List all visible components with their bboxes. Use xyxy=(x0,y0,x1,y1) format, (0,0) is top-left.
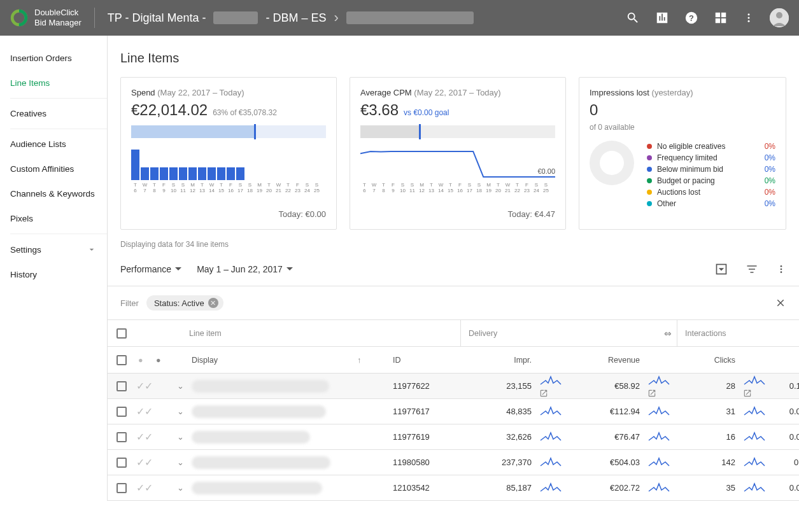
svg-text:?: ? xyxy=(689,13,694,23)
xtick: W21 xyxy=(504,183,512,194)
select-all-checkbox[interactable] xyxy=(117,328,127,339)
table-row[interactable]: ✓✓⌄1197761748,835€112.94310.06 xyxy=(108,399,799,424)
row-checkbox[interactable] xyxy=(117,483,127,493)
status-check-icon: ✓✓ xyxy=(136,405,153,417)
imp-value: 0 xyxy=(590,101,598,119)
cpm-xaxis: T6W7T8F9S10S11M12T13W14T15F16S17S18M19T2… xyxy=(360,183,555,194)
xtick: T22 xyxy=(284,183,292,194)
open-external-icon[interactable] xyxy=(647,389,656,398)
expand-row-icon[interactable]: ⌄ xyxy=(171,483,189,493)
sidebar-item-insertion-orders[interactable]: Insertion Orders xyxy=(0,46,107,71)
open-external-icon[interactable] xyxy=(539,389,548,398)
legend-pct: 0% xyxy=(765,165,775,174)
search-icon[interactable] xyxy=(626,11,640,25)
legend-dot-icon xyxy=(647,155,652,160)
legend-dot-icon xyxy=(647,167,652,172)
row-checkbox[interactable] xyxy=(117,432,127,442)
status-check-icon: ✓✓ xyxy=(136,482,153,494)
col-id[interactable]: ID xyxy=(390,356,460,365)
sort-arrow-up-icon[interactable]: ↑ xyxy=(355,356,390,365)
date-range-dropdown[interactable]: May 1 – Jun 22, 2017 xyxy=(197,264,293,274)
select-all-checkbox[interactable] xyxy=(117,355,127,365)
svg-point-14 xyxy=(781,265,782,267)
sidebar-item-custom-affinities[interactable]: Custom Affinities xyxy=(0,157,107,181)
filter-icon[interactable] xyxy=(746,263,758,276)
legend-item: Auctions lost0% xyxy=(647,186,775,198)
line-item-count: Displaying data for 34 line items xyxy=(108,230,799,259)
legend-label: Budget or pacing xyxy=(657,176,715,185)
legend-item: Frequency limited0% xyxy=(647,152,775,164)
col-display[interactable]: Display xyxy=(189,356,355,365)
more-vert-icon[interactable] xyxy=(743,11,754,25)
breadcrumb[interactable]: TP - Digital Menta - - DBM – ES › xyxy=(108,10,626,26)
col-impr[interactable]: Impr. xyxy=(460,356,537,365)
sidebar-item-creatives[interactable]: Creatives xyxy=(0,101,107,126)
sidebar-item-history[interactable]: History xyxy=(0,262,107,287)
apps-icon[interactable] xyxy=(714,11,728,25)
col-c[interactable]: C xyxy=(772,356,799,365)
view-dropdown[interactable]: Performance xyxy=(120,264,181,274)
cell-id: 11977619 xyxy=(390,432,460,442)
expand-row-icon[interactable]: ⌄ xyxy=(171,381,189,391)
sparkline-icon xyxy=(743,374,766,386)
expand-row-icon[interactable]: ⌄ xyxy=(171,432,189,442)
sidebar-item-line-items[interactable]: Line Items xyxy=(0,71,107,95)
cell-id: 11980580 xyxy=(390,458,460,467)
caret-down-icon xyxy=(286,266,293,272)
sidebar-item-settings[interactable]: Settings xyxy=(0,237,107,262)
legend-dot-icon xyxy=(647,190,652,195)
xtick: S11 xyxy=(408,183,416,194)
row-checkbox[interactable] xyxy=(117,381,127,391)
more-vert-icon[interactable] xyxy=(776,263,786,276)
xtick: T15 xyxy=(446,183,455,194)
row-checkbox[interactable] xyxy=(117,407,127,417)
cell-c: 0.04 xyxy=(772,483,799,493)
legend-pct: 0% xyxy=(765,188,775,197)
xtick: S17 xyxy=(236,183,244,194)
chevron-right-icon: › xyxy=(334,10,338,26)
expand-columns-icon[interactable]: ⇔ xyxy=(664,328,672,339)
cell-revenue: €504.03 xyxy=(569,458,645,467)
cell-clicks: 28 xyxy=(677,381,740,391)
sidebar-item-channels-keywords[interactable]: Channels & Keywords xyxy=(0,181,107,206)
help-icon[interactable]: ? xyxy=(684,11,698,25)
chip-remove-icon[interactable]: ✕ xyxy=(208,298,218,308)
xtick: F16 xyxy=(456,183,464,194)
card-label: Average CPM xyxy=(360,88,412,97)
sidebar-item-label: Settings xyxy=(10,245,41,255)
spend-pct: 63% of €35,078.32 xyxy=(213,108,277,117)
cell-clicks: 31 xyxy=(677,407,740,416)
expand-row-icon[interactable]: ⌄ xyxy=(171,458,189,467)
page-title: Line Items xyxy=(108,36,799,77)
sidebar-item-audience-lists[interactable]: Audience Lists xyxy=(0,132,107,157)
view-label: Performance xyxy=(120,264,171,274)
legend-pct: 0% xyxy=(765,153,775,162)
doubleclick-logo-icon xyxy=(10,9,28,27)
header-actions: ? xyxy=(626,8,789,27)
cell-clicks: 142 xyxy=(677,458,740,467)
cell-revenue: €58.92 xyxy=(569,381,645,391)
xtick: T20 xyxy=(494,183,502,194)
user-avatar[interactable] xyxy=(770,8,789,27)
card-range: (yesterday) xyxy=(652,88,693,97)
xtick: W7 xyxy=(141,183,149,194)
open-external-icon[interactable] xyxy=(743,389,752,398)
table-column-header: ● ● Display ↑ ID Impr. Revenue Clicks C xyxy=(108,347,799,374)
col-clicks[interactable]: Clicks xyxy=(677,356,740,365)
table-row[interactable]: ✓✓⌄1197762223,155€58.92280.12 xyxy=(108,374,799,399)
filter-chip-status[interactable]: Status: Active ✕ xyxy=(146,295,223,311)
expand-row-icon[interactable]: ⌄ xyxy=(171,407,189,416)
sidebar-item-pixels[interactable]: Pixels xyxy=(0,206,107,231)
sparkline-icon xyxy=(743,430,766,442)
table-row[interactable]: ✓✓⌄1210354285,187€202.72350.04 xyxy=(108,475,799,501)
table-row[interactable]: ✓✓⌄1197761932,626€76.47160.04 xyxy=(108,424,799,450)
chart-icon[interactable] xyxy=(655,11,669,25)
expand-icon[interactable] xyxy=(715,263,728,276)
sparkline-icon xyxy=(647,456,670,467)
caret-down-icon xyxy=(175,266,181,272)
card-cpm: Average CPM (May 22, 2017 – Today) €3.68… xyxy=(350,77,566,230)
row-checkbox[interactable] xyxy=(117,458,127,468)
col-revenue[interactable]: Revenue xyxy=(569,356,645,365)
table-row[interactable]: ✓✓⌄11980580237,370€504.031420.0 xyxy=(108,450,799,475)
close-icon[interactable] xyxy=(775,297,786,309)
